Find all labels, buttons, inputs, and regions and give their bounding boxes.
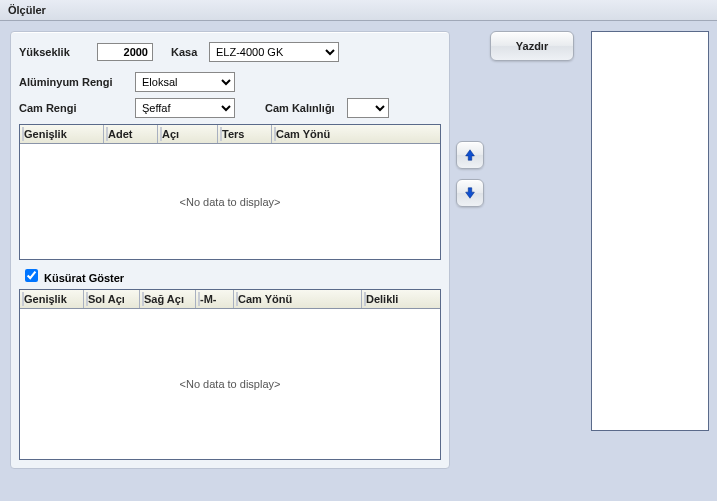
th2-sol-aci[interactable]: Sol Açı bbox=[84, 290, 140, 308]
th-adet[interactable]: Adet bbox=[104, 125, 158, 143]
arrow-controls bbox=[456, 141, 484, 469]
cam-kalinligi-select[interactable] bbox=[347, 98, 389, 118]
table2-empty: <No data to display> bbox=[20, 309, 440, 459]
label-aluminyum-rengi: Alüminyum Rengi bbox=[19, 76, 135, 88]
arrow-down-icon bbox=[463, 186, 477, 200]
th2-genislik[interactable]: Genişlik bbox=[20, 290, 84, 308]
kasa-select[interactable]: ELZ-4000 GK bbox=[209, 42, 339, 62]
yukseklik-input[interactable] bbox=[97, 43, 153, 61]
th-genislik[interactable]: Genişlik bbox=[20, 125, 104, 143]
arrow-up-icon bbox=[463, 148, 477, 162]
th2-sag-aci[interactable]: Sağ Açı bbox=[140, 290, 196, 308]
th2-m[interactable]: -M- bbox=[196, 290, 234, 308]
yazdir-button[interactable]: Yazdır bbox=[490, 31, 574, 61]
th-ters[interactable]: Ters bbox=[218, 125, 272, 143]
aluminyum-rengi-select[interactable]: Eloksal bbox=[135, 72, 235, 92]
label-yukseklik: Yükseklik bbox=[19, 46, 97, 58]
right-column: Yazdır bbox=[490, 31, 590, 469]
label-cam-rengi: Cam Rengi bbox=[19, 102, 135, 114]
window-title: Ölçüler bbox=[0, 0, 717, 21]
kusurat-goster-checkbox[interactable] bbox=[25, 269, 38, 282]
cam-rengi-select[interactable]: Şeffaf bbox=[135, 98, 235, 118]
th-aci[interactable]: Açı bbox=[158, 125, 218, 143]
details-table: Genişlik Sol Açı Sağ Açı -M- Cam Yönü De… bbox=[19, 289, 441, 460]
th-cam-yonu[interactable]: Cam Yönü bbox=[272, 125, 440, 143]
label-kusurat-goster[interactable]: Küsürat Göster bbox=[44, 272, 124, 284]
form-panel: Yükseklik Kasa ELZ-4000 GK Alüminyum Ren… bbox=[10, 31, 450, 469]
label-cam-kalinligi: Cam Kalınlığı bbox=[265, 102, 347, 114]
th2-cam-yonu[interactable]: Cam Yönü bbox=[234, 290, 362, 308]
preview-box bbox=[591, 31, 709, 431]
move-down-button[interactable] bbox=[456, 179, 484, 207]
move-up-button[interactable] bbox=[456, 141, 484, 169]
table1-empty: <No data to display> bbox=[20, 144, 440, 259]
measurements-table: Genişlik Adet Açı Ters Cam Yönü <No data… bbox=[19, 124, 441, 260]
label-kasa: Kasa bbox=[171, 46, 209, 58]
th2-delikli[interactable]: Delikli bbox=[362, 290, 440, 308]
